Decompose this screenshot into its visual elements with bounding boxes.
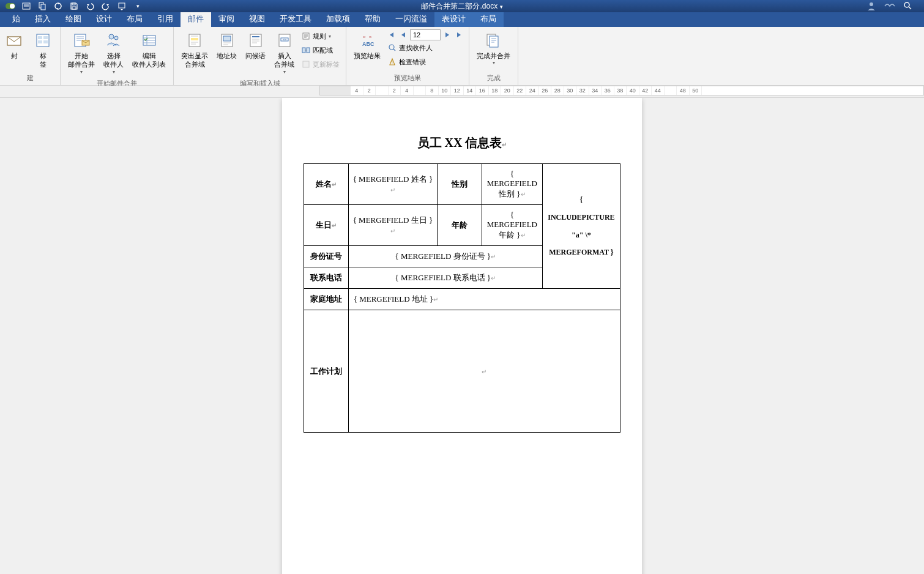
labels-button[interactable]: 标 签 [29, 28, 56, 72]
insert-field-icon: «» [275, 31, 294, 50]
search-icon[interactable] [903, 1, 912, 11]
check-errors-button[interactable]: ! 检查错误 [386, 55, 465, 69]
find-recipient-button[interactable]: 查找收件人 [386, 41, 465, 54]
qat-icon-1[interactable] [21, 1, 32, 12]
save-icon[interactable] [69, 1, 80, 12]
greeting-button[interactable]: 问候语 [242, 28, 269, 62]
tab-draw[interactable]: 绘图 [58, 11, 89, 27]
insert-field-label: 插入 合并域 [274, 51, 294, 69]
tab-help[interactable]: 帮助 [357, 11, 388, 27]
svg-rect-33 [307, 48, 310, 53]
svg-rect-15 [43, 36, 48, 39]
group-finish-label: 完成 [473, 72, 514, 84]
tab-layout[interactable]: 布局 [119, 11, 150, 27]
edit-recipients-button[interactable]: 编辑 收件人列表 [129, 28, 170, 72]
tab-table-design[interactable]: 表设计 [434, 11, 473, 27]
redo-icon[interactable] [100, 1, 111, 12]
start-merge-label: 开始 邮件合并 [68, 51, 95, 69]
record-nav [386, 29, 465, 40]
last-record-button[interactable] [454, 29, 465, 40]
rules-button[interactable]: 规则 ▾ [299, 29, 342, 43]
svg-point-21 [114, 36, 118, 40]
user-icon[interactable] [866, 1, 876, 11]
svg-rect-6 [72, 3, 75, 5]
svg-point-1 [10, 4, 15, 9]
title-bar: ▾ 邮件合并第二部分.docx ▾ [0, 0, 924, 12]
svg-line-11 [909, 7, 911, 9]
svg-rect-14 [38, 36, 42, 39]
address-block-button[interactable]: 地址块 [213, 28, 240, 62]
ribbon-options-icon[interactable] [884, 1, 896, 11]
match-fields-button[interactable]: 匹配域 [299, 43, 342, 57]
greeting-icon [246, 31, 266, 50]
svg-point-10 [904, 2, 909, 7]
svg-rect-42 [490, 36, 498, 47]
undo-icon[interactable] [84, 1, 95, 12]
sync-icon[interactable] [53, 1, 64, 12]
highlight-icon [185, 31, 204, 50]
start-mail-merge-button[interactable]: 开始 邮件合并 ▾ [64, 28, 99, 78]
svg-rect-26 [223, 36, 231, 41]
tab-view[interactable]: 视图 [242, 11, 272, 27]
svg-rect-24 [191, 38, 198, 40]
svg-text:ABC: ABC [362, 41, 374, 47]
svg-rect-32 [302, 48, 305, 53]
record-number-input[interactable] [410, 29, 441, 40]
horizontal-ruler[interactable]: 4224810121416182022242628303234363840424… [319, 86, 924, 95]
prev-record-button[interactable] [398, 29, 409, 40]
tab-start[interactable]: 始 [5, 11, 28, 27]
tab-review[interactable]: 审阅 [211, 11, 242, 27]
svg-rect-16 [38, 40, 42, 43]
tab-references[interactable]: 引用 [150, 11, 181, 27]
preview-label: 预览结果 [354, 51, 381, 60]
menu-tabs: 始 插入 绘图 设计 布局 引用 邮件 审阅 视图 开发工具 加载项 帮助 一闪… [0, 12, 924, 27]
ribbon-group-create: 封 标 签 建 [0, 27, 61, 85]
group-preview-label: 预览结果 [350, 72, 465, 84]
first-record-button[interactable] [386, 29, 397, 40]
labels-icon [33, 31, 53, 50]
qat-customize-icon[interactable]: ▾ [132, 1, 143, 12]
labels-label: 标 签 [40, 51, 47, 69]
svg-point-20 [109, 34, 114, 39]
envelopes-button[interactable]: 封 [4, 28, 28, 62]
tab-developer[interactable]: 开发工具 [272, 11, 319, 27]
ribbon-group-finish: 完成并合并 ▾ 完成 [469, 27, 518, 85]
edit-recipients-icon [140, 31, 159, 50]
qat-more-icon[interactable] [116, 1, 127, 12]
svg-point-9 [870, 2, 873, 6]
svg-text:«»: «» [282, 37, 286, 41]
finish-merge-button[interactable]: 完成并合并 ▾ [473, 28, 514, 69]
find-icon [388, 43, 397, 52]
finish-icon [484, 31, 504, 50]
highlight-fields-button[interactable]: 突出显示 合并域 [177, 28, 212, 72]
quick-access-toolbar: ▾ [0, 1, 143, 12]
preview-results-button[interactable]: «»ABC 预览结果 [350, 28, 384, 62]
select-recipients-button[interactable]: 选择 收件人 ▾ [100, 28, 127, 78]
insert-field-button[interactable]: «» 插入 合并域 ▾ [270, 28, 298, 78]
next-record-button[interactable] [442, 29, 453, 40]
address-block-icon [217, 31, 237, 50]
tab-insert[interactable]: 插入 [28, 11, 58, 27]
tab-custom[interactable]: 一闪流溢 [388, 11, 434, 27]
svg-text:!: ! [392, 60, 393, 64]
qat-icon-2[interactable] [37, 1, 48, 12]
greeting-label: 问候语 [245, 51, 266, 60]
svg-text:«: « [363, 34, 366, 40]
autosave-toggle[interactable] [5, 1, 16, 12]
svg-point-38 [389, 45, 394, 50]
document-title: 邮件合并第二部分.docx ▾ [421, 1, 502, 12]
tab-addins[interactable]: 加载项 [319, 11, 357, 27]
svg-rect-34 [303, 61, 309, 67]
tab-mailings[interactable]: 邮件 [181, 11, 211, 27]
ribbon-group-write-insert: 突出显示 合并域 地址块 问候语 «» 插入 合并域 ▾ [174, 27, 346, 85]
check-icon: ! [388, 58, 397, 66]
mail-merge-icon [72, 31, 91, 50]
ribbon: 封 标 签 建 开始 邮件合并 ▾ [0, 27, 924, 86]
svg-rect-4 [41, 4, 45, 10]
tab-table-layout[interactable]: 布局 [473, 11, 504, 27]
title-bar-right [866, 1, 924, 11]
tab-design[interactable]: 设计 [89, 11, 119, 27]
edit-recipients-label: 编辑 收件人列表 [132, 51, 166, 69]
highlight-label: 突出显示 合并域 [181, 51, 208, 69]
update-labels-icon [302, 60, 310, 69]
